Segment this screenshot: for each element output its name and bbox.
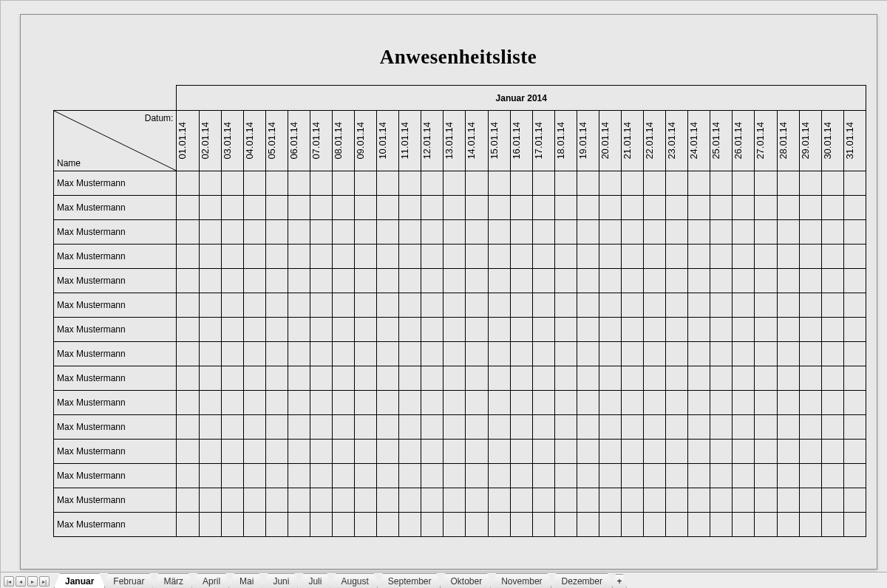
attendance-cell[interactable] — [733, 318, 755, 342]
attendance-cell[interactable] — [510, 513, 532, 537]
attendance-cell[interactable] — [333, 220, 355, 245]
attendance-cell[interactable] — [755, 513, 777, 537]
attendance-cell[interactable] — [310, 391, 332, 415]
attendance-cell[interactable] — [554, 391, 577, 415]
attendance-cell[interactable] — [799, 171, 821, 196]
attendance-cell[interactable] — [377, 171, 399, 196]
attendance-cell[interactable] — [310, 488, 332, 513]
attendance-cell[interactable] — [510, 366, 532, 391]
attendance-cell[interactable] — [177, 220, 199, 245]
attendance-cell[interactable] — [843, 220, 866, 245]
tab-next-button[interactable]: ▸ — [27, 576, 38, 587]
attendance-cell[interactable] — [466, 293, 488, 318]
attendance-cell[interactable] — [710, 245, 733, 269]
attendance-cell[interactable] — [599, 513, 621, 537]
name-cell[interactable]: Max Mustermann — [54, 464, 177, 488]
attendance-cell[interactable] — [710, 269, 733, 293]
attendance-cell[interactable] — [554, 245, 577, 269]
tab-first-button[interactable]: |◂ — [4, 576, 14, 587]
attendance-cell[interactable] — [666, 293, 688, 318]
attendance-cell[interactable] — [733, 464, 755, 488]
attendance-cell[interactable] — [554, 318, 577, 342]
attendance-cell[interactable] — [488, 391, 510, 415]
attendance-cell[interactable] — [466, 488, 488, 513]
attendance-cell[interactable] — [666, 220, 688, 245]
attendance-cell[interactable] — [310, 269, 332, 293]
attendance-cell[interactable] — [444, 415, 466, 440]
attendance-cell[interactable] — [377, 196, 399, 220]
attendance-cell[interactable] — [488, 220, 510, 245]
attendance-cell[interactable] — [333, 318, 355, 342]
attendance-cell[interactable] — [733, 391, 755, 415]
attendance-cell[interactable] — [177, 513, 199, 537]
name-cell[interactable]: Max Mustermann — [54, 220, 177, 245]
attendance-cell[interactable] — [710, 415, 733, 440]
attendance-cell[interactable] — [821, 391, 843, 415]
attendance-cell[interactable] — [688, 269, 710, 293]
attendance-cell[interactable] — [243, 293, 265, 318]
attendance-cell[interactable] — [821, 220, 843, 245]
attendance-cell[interactable] — [532, 415, 554, 440]
attendance-cell[interactable] — [377, 464, 399, 488]
attendance-cell[interactable] — [599, 196, 621, 220]
attendance-cell[interactable] — [733, 171, 755, 196]
attendance-cell[interactable] — [799, 318, 821, 342]
attendance-cell[interactable] — [265, 366, 288, 391]
attendance-cell[interactable] — [755, 488, 777, 513]
attendance-cell[interactable] — [243, 415, 265, 440]
attendance-cell[interactable] — [755, 391, 777, 415]
attendance-cell[interactable] — [177, 269, 199, 293]
attendance-cell[interactable] — [488, 488, 510, 513]
attendance-cell[interactable] — [666, 196, 688, 220]
attendance-cell[interactable] — [466, 269, 488, 293]
attendance-cell[interactable] — [755, 366, 777, 391]
attendance-cell[interactable] — [622, 440, 644, 464]
name-cell[interactable]: Max Mustermann — [54, 513, 177, 537]
attendance-cell[interactable] — [265, 196, 288, 220]
sheet-tab-august[interactable]: August — [330, 573, 379, 588]
attendance-cell[interactable] — [599, 415, 621, 440]
attendance-cell[interactable] — [688, 391, 710, 415]
attendance-cell[interactable] — [177, 415, 199, 440]
attendance-cell[interactable] — [577, 464, 599, 488]
attendance-cell[interactable] — [355, 440, 377, 464]
attendance-cell[interactable] — [288, 171, 310, 196]
attendance-cell[interactable] — [421, 293, 444, 318]
attendance-cell[interactable] — [799, 342, 821, 366]
attendance-cell[interactable] — [821, 245, 843, 269]
attendance-cell[interactable] — [333, 245, 355, 269]
attendance-cell[interactable] — [532, 464, 554, 488]
attendance-cell[interactable] — [843, 464, 866, 488]
sheet-tab-juli[interactable]: Juli — [297, 573, 333, 588]
attendance-cell[interactable] — [377, 366, 399, 391]
attendance-cell[interactable] — [421, 366, 444, 391]
name-cell[interactable]: Max Mustermann — [54, 366, 177, 391]
attendance-cell[interactable] — [666, 318, 688, 342]
attendance-cell[interactable] — [333, 342, 355, 366]
attendance-cell[interactable] — [399, 269, 421, 293]
attendance-cell[interactable] — [777, 220, 799, 245]
attendance-cell[interactable] — [399, 245, 421, 269]
attendance-cell[interactable] — [843, 513, 866, 537]
attendance-cell[interactable] — [599, 293, 621, 318]
attendance-cell[interactable] — [177, 342, 199, 366]
attendance-cell[interactable] — [243, 220, 265, 245]
attendance-cell[interactable] — [510, 293, 532, 318]
sheet-tab-april[interactable]: April — [191, 573, 231, 588]
attendance-cell[interactable] — [554, 415, 577, 440]
attendance-cell[interactable] — [221, 391, 243, 415]
attendance-cell[interactable] — [554, 488, 577, 513]
attendance-cell[interactable] — [421, 464, 444, 488]
attendance-cell[interactable] — [577, 293, 599, 318]
attendance-cell[interactable] — [622, 488, 644, 513]
attendance-cell[interactable] — [377, 245, 399, 269]
attendance-cell[interactable] — [532, 513, 554, 537]
attendance-cell[interactable] — [466, 464, 488, 488]
attendance-cell[interactable] — [755, 342, 777, 366]
attendance-cell[interactable] — [333, 415, 355, 440]
attendance-cell[interactable] — [288, 293, 310, 318]
attendance-cell[interactable] — [199, 391, 221, 415]
attendance-cell[interactable] — [488, 171, 510, 196]
attendance-cell[interactable] — [577, 245, 599, 269]
attendance-cell[interactable] — [666, 342, 688, 366]
